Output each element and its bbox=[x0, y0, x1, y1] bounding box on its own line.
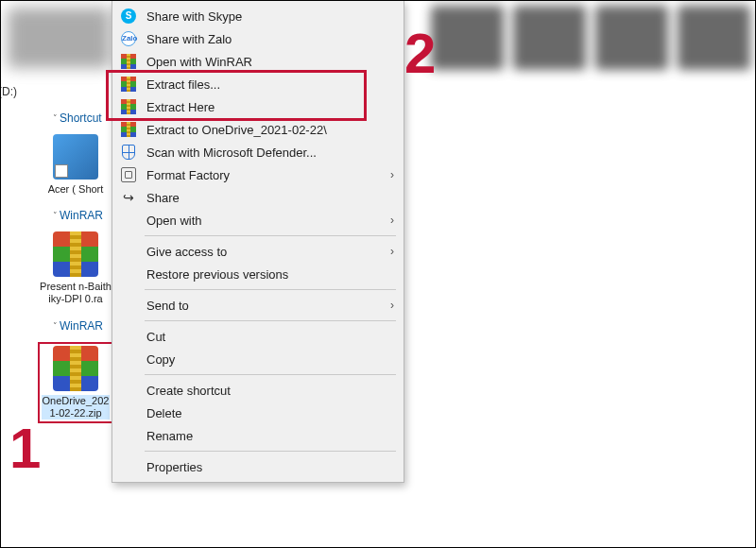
menu-item-label: Give access to bbox=[146, 245, 390, 259]
group-winrar-2[interactable]: ˅ WinRAR bbox=[0, 316, 94, 336]
menu-item-label: Send to bbox=[146, 299, 390, 313]
skype-icon: S bbox=[121, 9, 136, 24]
chevron-down-icon: ˅ bbox=[53, 321, 58, 331]
file-pane: ˅ Shortcut Acer ( Short ˅ WinRAR Present… bbox=[0, 66, 94, 433]
menu-item-cut[interactable]: Cut bbox=[112, 325, 404, 348]
rar-archive-icon bbox=[53, 231, 98, 277]
menu-separator bbox=[145, 320, 396, 321]
annotation-2: 2 bbox=[404, 21, 436, 86]
menu-separator bbox=[145, 451, 396, 452]
menu-item-format-factory[interactable]: Format Factory› bbox=[112, 163, 404, 186]
menu-item-extract-to[interactable]: Extract to OneDrive_2021-02-22\ bbox=[112, 118, 404, 141]
submenu-arrow-icon: › bbox=[390, 214, 394, 227]
share-icon: ↪ bbox=[123, 190, 134, 205]
menu-separator bbox=[145, 235, 396, 236]
menu-item-label: Delete bbox=[146, 406, 394, 420]
menu-item-open-with[interactable]: Open with› bbox=[112, 209, 404, 231]
menu-item-properties[interactable]: Properties bbox=[112, 455, 404, 478]
format-factory-icon bbox=[121, 167, 136, 182]
menu-item-share[interactable]: ↪Share bbox=[112, 186, 404, 209]
menu-item-restore-prev[interactable]: Restore previous versions bbox=[112, 263, 404, 285]
menu-separator bbox=[145, 289, 396, 290]
group-winrar-1[interactable]: ˅ WinRAR bbox=[0, 205, 94, 226]
blurred-thumbnails-right bbox=[425, 0, 756, 76]
menu-item-label: Share bbox=[146, 191, 394, 205]
menu-item-share-skype[interactable]: SShare with Skype bbox=[112, 5, 404, 27]
chevron-down-icon: ˅ bbox=[53, 211, 58, 220]
menu-item-send-to[interactable]: Send to› bbox=[112, 294, 404, 317]
menu-item-label: Open with bbox=[146, 214, 390, 228]
menu-item-label: Scan with Microsoft Defender... bbox=[146, 146, 394, 160]
menu-item-rename[interactable]: Rename bbox=[112, 424, 404, 447]
winrar-icon bbox=[121, 54, 136, 69]
menu-separator bbox=[145, 374, 396, 375]
menu-item-label: Rename bbox=[146, 429, 394, 443]
group-shortcut[interactable]: ˅ Shortcut bbox=[0, 108, 94, 128]
shortcut-icon bbox=[53, 134, 98, 180]
zalo-icon: Zalo bbox=[121, 31, 136, 46]
menu-item-delete[interactable]: Delete bbox=[112, 402, 404, 424]
menu-item-scan-defender[interactable]: Scan with Microsoft Defender... bbox=[112, 141, 404, 163]
winrar-icon bbox=[121, 122, 136, 137]
chevron-down-icon: ˅ bbox=[53, 113, 58, 123]
menu-item-copy[interactable]: Copy bbox=[112, 348, 404, 370]
menu-item-label: Cut bbox=[146, 330, 394, 344]
menu-item-label: Create shortcut bbox=[146, 384, 394, 398]
menu-item-label: Open with WinRAR bbox=[146, 55, 394, 69]
submenu-arrow-icon: › bbox=[390, 245, 394, 258]
menu-item-share-zalo[interactable]: ZaloShare with Zalo bbox=[112, 27, 404, 50]
menu-item-label: Share with Skype bbox=[146, 9, 394, 24]
file-onedrive-zip-selected[interactable]: OneDrive_2021-02-22.zip bbox=[38, 342, 113, 423]
file-acer-shortcut[interactable]: Acer ( Short bbox=[38, 134, 113, 196]
annotation-1: 1 bbox=[9, 416, 41, 481]
submenu-arrow-icon: › bbox=[390, 299, 394, 312]
menu-item-label: Restore previous versions bbox=[146, 267, 394, 282]
menu-item-label: Copy bbox=[146, 352, 394, 367]
menu-item-label: Share with Zalo bbox=[146, 32, 394, 46]
menu-item-label: Extract to OneDrive_2021-02-22\ bbox=[146, 123, 394, 137]
menu-item-create-shortcut[interactable]: Create shortcut bbox=[112, 379, 404, 402]
submenu-arrow-icon: › bbox=[390, 168, 394, 181]
zip-archive-icon bbox=[53, 346, 98, 391]
menu-item-give-access[interactable]: Give access to› bbox=[112, 240, 404, 263]
annotation-box-extract bbox=[106, 70, 367, 121]
defender-shield-icon bbox=[122, 145, 135, 160]
menu-item-label: Properties bbox=[146, 460, 394, 474]
file-present-rar[interactable]: Present n-Baith iky-DPI 0.ra bbox=[38, 231, 113, 305]
menu-item-label: Format Factory bbox=[146, 168, 390, 182]
